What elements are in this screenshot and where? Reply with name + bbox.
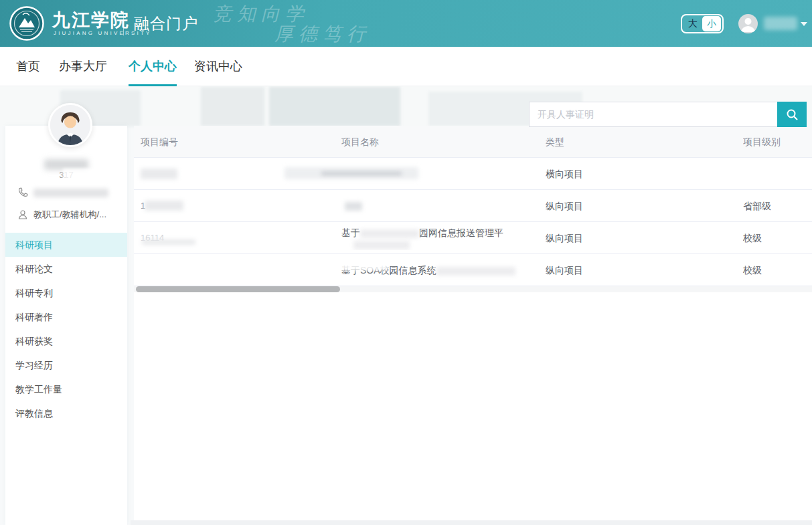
user-name-redacted bbox=[764, 17, 797, 30]
cell-type: 纵向项目 bbox=[546, 222, 736, 254]
search-button[interactable] bbox=[777, 102, 807, 127]
table-row[interactable]: 横向项目 bbox=[134, 158, 812, 190]
main-nav: 首页 办事大厅 个人中心 资讯中心 bbox=[0, 47, 812, 86]
app-header: 九江学院 JIUJIANG UNIVERSITY 融合门户 竞知向学 厚德笃行 … bbox=[0, 0, 812, 47]
table-header-row: 项目编号 项目名称 类型 项目级别 bbox=[134, 126, 812, 158]
redacted-name-fragment bbox=[353, 241, 410, 249]
sidebar-item-research-works[interactable]: 科研著作 bbox=[5, 305, 127, 329]
user-avatar[interactable] bbox=[738, 14, 758, 33]
table-row[interactable]: 1 纵向项目 省部级 bbox=[134, 190, 812, 222]
redacted-number bbox=[145, 201, 183, 211]
font-small-button[interactable]: 小 bbox=[702, 16, 721, 31]
sidebar-item-teaching-workload[interactable]: 教学工作量 bbox=[5, 377, 127, 401]
sidebar-item-research-awards[interactable]: 科研获奖 bbox=[5, 329, 127, 353]
cell-level: 校级 bbox=[743, 222, 807, 254]
nav-item-service-hall[interactable]: 办事大厅 bbox=[59, 47, 107, 86]
redacted-number bbox=[141, 169, 177, 179]
search-box bbox=[529, 102, 807, 127]
profile-avatar bbox=[48, 103, 92, 147]
person-icon bbox=[738, 14, 758, 33]
university-name-cn: 九江学院 bbox=[52, 8, 130, 32]
search-icon bbox=[785, 108, 799, 121]
col-project-name: 项目名称 bbox=[341, 126, 539, 158]
profile-role-row: 教职工/教辅机构/... bbox=[17, 209, 106, 221]
col-type: 类型 bbox=[546, 126, 736, 158]
sidebar-menu: 科研项目 科研论文 科研专利 科研著作 科研获奖 学习经历 教学工作量 评教信息 bbox=[5, 233, 127, 425]
nav-item-home[interactable]: 首页 bbox=[16, 47, 40, 86]
horizontal-scrollbar-track[interactable] bbox=[134, 286, 812, 292]
col-project-level: 项目级别 bbox=[743, 126, 807, 158]
search-input[interactable] bbox=[529, 102, 777, 127]
profile-phone-row bbox=[17, 187, 108, 198]
cell-name-partial: 基于园网信息报送管理平 bbox=[341, 222, 539, 250]
research-projects-table: 项目编号 项目名称 类型 项目级别 横向项目 1 纵向项目 省部级 16114 bbox=[134, 126, 812, 520]
cell-type: 纵向项目 bbox=[546, 190, 736, 222]
horizontal-scrollbar-thumb[interactable] bbox=[136, 286, 340, 292]
redacted-name-fragment bbox=[436, 267, 515, 276]
cell-level: 省部级 bbox=[743, 190, 807, 222]
avatar-illustration bbox=[50, 105, 90, 145]
page: 九江学院 JIUJIANG UNIVERSITY 融合门户 竞知向学 厚德笃行 … bbox=[0, 0, 812, 525]
person-badge-icon bbox=[17, 209, 28, 220]
motto-watermark-2: 厚德笃行 bbox=[274, 21, 371, 47]
font-size-toggle[interactable]: 大 小 bbox=[681, 14, 724, 33]
nav-item-personal-center[interactable]: 个人中心 bbox=[129, 47, 177, 86]
redacted-name-fragment bbox=[360, 229, 419, 238]
profile-id-smudge bbox=[63, 169, 100, 181]
cell-type: 横向项目 bbox=[546, 158, 736, 190]
sidebar-item-research-patents[interactable]: 科研专利 bbox=[5, 281, 127, 305]
logo-divider bbox=[123, 11, 124, 35]
sidebar-item-research-projects[interactable]: 科研项目 bbox=[5, 233, 127, 257]
university-seal-logo bbox=[9, 6, 44, 41]
sidebar-item-evaluation-info[interactable]: 评教信息 bbox=[5, 401, 127, 425]
font-large-button[interactable]: 大 bbox=[683, 16, 702, 31]
profile-role-label: 教职工/教辅机构/... bbox=[33, 209, 106, 221]
profile-phone-redacted bbox=[33, 189, 108, 197]
cell-level: 校级 bbox=[743, 254, 807, 286]
nav-item-news-center[interactable]: 资讯中心 bbox=[194, 47, 242, 86]
table-row[interactable]: 基于SOA校园信息系统 纵向项目 校级 bbox=[134, 254, 812, 286]
sidebar-item-research-papers[interactable]: 科研论文 bbox=[5, 257, 127, 281]
phone-icon bbox=[17, 187, 28, 198]
chevron-down-icon[interactable] bbox=[801, 22, 807, 26]
sidebar-item-study-history[interactable]: 学习经历 bbox=[5, 353, 127, 377]
portal-title: 融合门户 bbox=[134, 13, 198, 34]
table-row[interactable]: 16114 基于园网信息报送管理平 纵向项目 校级 bbox=[134, 222, 812, 254]
profile-sidebar: 317 教职工/教辅机构/... 科研项目 科研论文 科研专利 科研著作 科研获… bbox=[5, 126, 127, 525]
redacted-name bbox=[345, 202, 362, 211]
bottom-strip bbox=[131, 520, 812, 525]
cell-type: 纵向项目 bbox=[546, 254, 736, 286]
col-project-number: 项目编号 bbox=[141, 126, 335, 158]
